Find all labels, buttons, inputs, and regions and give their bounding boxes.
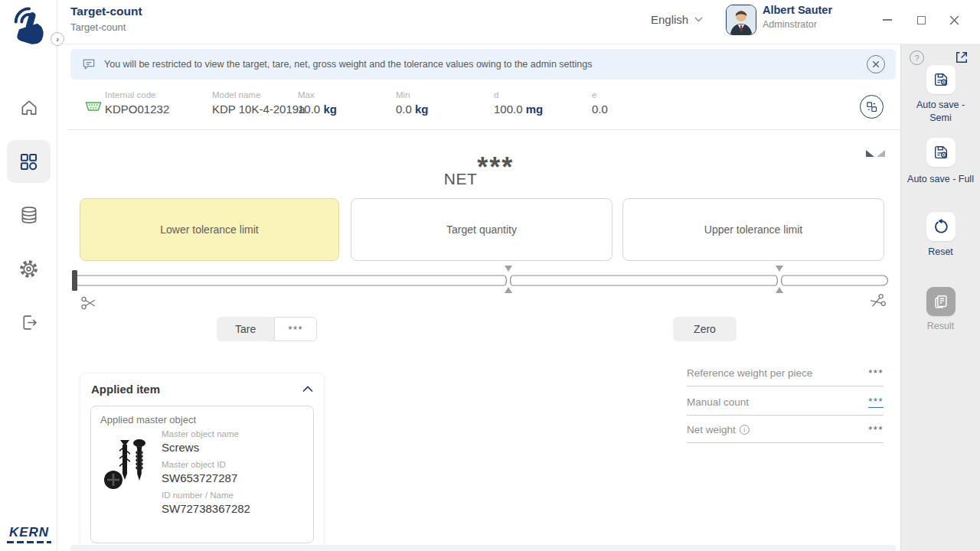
minimize-icon bbox=[883, 19, 892, 21]
reference-weight-value: *** bbox=[868, 367, 884, 379]
horizontal-scrollbar[interactable] bbox=[70, 545, 896, 551]
master-object-id-value: SW653727287 bbox=[162, 471, 250, 484]
database-icon bbox=[19, 205, 39, 225]
help-button[interactable]: ? bbox=[910, 51, 924, 65]
auto-save-semi-label: Auto save - Semi bbox=[904, 99, 977, 125]
lower-tolerance-box[interactable]: Lower tolerance limit bbox=[80, 198, 339, 261]
reset-icon bbox=[933, 218, 949, 235]
id-number-name-value: SW72738367282 bbox=[162, 502, 250, 515]
page-title: Target-count bbox=[70, 5, 142, 18]
slider-handle[interactable] bbox=[72, 270, 77, 291]
save-semi-icon bbox=[933, 71, 949, 88]
applied-master-object-card: Applied master object bbox=[90, 406, 314, 543]
field-value: 100.0 bbox=[494, 103, 523, 116]
applied-item-section: Applied item Applied master object bbox=[80, 373, 325, 551]
result-label: Result bbox=[904, 320, 977, 333]
message-bubble-icon bbox=[81, 57, 96, 72]
result-button bbox=[926, 287, 956, 316]
left-sidebar: › bbox=[0, 0, 57, 551]
field-unit: kg bbox=[323, 103, 337, 116]
expand-fullscreen-button[interactable] bbox=[954, 50, 969, 65]
swap-icon bbox=[865, 100, 878, 113]
field-label: Model name bbox=[212, 90, 305, 99]
chevron-down-icon bbox=[694, 17, 703, 22]
title-block: Target-count Target-count bbox=[70, 5, 142, 33]
device-field-model-name: Model name KDP 10K-4-2019a bbox=[212, 90, 305, 116]
zero-label: Zero bbox=[694, 323, 716, 335]
tare-label[interactable]: Tare bbox=[217, 317, 274, 341]
logout-icon bbox=[19, 313, 38, 332]
sidebar-item-settings[interactable] bbox=[7, 247, 51, 290]
breadcrumb: Target-count bbox=[70, 21, 142, 33]
weight-value: *** bbox=[477, 152, 514, 183]
device-connected-icon bbox=[85, 101, 102, 115]
device-field-e: e 0.0 bbox=[592, 90, 608, 116]
user-avatar[interactable] bbox=[726, 5, 756, 35]
sidebar-item-database[interactable] bbox=[7, 194, 51, 236]
manual-count-field[interactable]: Manual count *** bbox=[687, 396, 884, 416]
reset-label: Reset bbox=[904, 246, 977, 259]
collapse-chevron-up-icon[interactable] bbox=[302, 386, 313, 393]
field-label: Min bbox=[396, 90, 429, 99]
window-close-button[interactable] bbox=[946, 11, 962, 28]
lower-tolerance-label: Lower tolerance limit bbox=[160, 223, 258, 236]
language-label: English bbox=[651, 13, 688, 26]
tare-button[interactable]: Tare *** bbox=[217, 317, 317, 341]
auto-save-full-button[interactable] bbox=[926, 138, 956, 167]
restriction-banner: You will be restricted to view the targe… bbox=[70, 49, 896, 80]
top-header: Target-count Target-count English Albert… bbox=[57, 0, 980, 44]
weight-display: NET*** bbox=[57, 159, 900, 191]
sidebar-item-applications[interactable] bbox=[7, 140, 51, 183]
applied-card-title: Applied master object bbox=[100, 414, 304, 425]
net-weight-value: *** bbox=[868, 424, 884, 435]
device-field-max: Max 10.0 kg bbox=[298, 90, 337, 116]
auto-save-semi-button[interactable] bbox=[926, 65, 956, 94]
master-object-name-value: Screws bbox=[162, 441, 250, 454]
field-value: 10.0 bbox=[298, 103, 320, 116]
manual-count-value[interactable]: *** bbox=[868, 396, 884, 408]
zero-button[interactable]: Zero bbox=[673, 317, 737, 341]
kern-logo-underline bbox=[7, 541, 51, 543]
weight-mode-label: NET bbox=[444, 170, 478, 187]
close-icon bbox=[949, 15, 959, 25]
manual-count-label: Manual count bbox=[687, 396, 749, 408]
applied-item-title: Applied item bbox=[91, 383, 160, 396]
field-label: d bbox=[494, 90, 543, 99]
target-quantity-box[interactable]: Target quantity bbox=[351, 198, 612, 261]
language-selector[interactable]: English bbox=[651, 13, 703, 26]
sidebar-expand-chevron[interactable]: › bbox=[51, 32, 64, 46]
device-field-d: d 100.0 mg bbox=[494, 90, 543, 116]
field-value: 0.0 bbox=[592, 103, 608, 116]
sidebar-item-logout[interactable] bbox=[7, 301, 51, 344]
net-weight-label: Net weight bbox=[687, 424, 736, 435]
field-unit: kg bbox=[415, 103, 429, 116]
banner-close-button[interactable] bbox=[867, 55, 885, 73]
main-content: You will be restricted to view the targe… bbox=[57, 44, 900, 551]
kern-brand-logo: KERN bbox=[7, 525, 51, 543]
expand-icon bbox=[954, 50, 969, 65]
field-label: Max bbox=[298, 90, 337, 99]
net-weight-field[interactable]: Net weight i *** bbox=[687, 424, 884, 443]
master-object-name-label: Master object name bbox=[162, 429, 250, 439]
user-name: Albert Sauter bbox=[763, 4, 832, 16]
maximize-icon bbox=[917, 16, 926, 24]
home-icon bbox=[19, 98, 39, 118]
save-full-icon bbox=[933, 144, 949, 161]
auto-save-full-label: Auto save - Full bbox=[904, 173, 977, 186]
reference-weight-field[interactable]: Reference weight per piece *** bbox=[687, 367, 884, 386]
app-window: › bbox=[0, 0, 980, 551]
window-minimize-button[interactable] bbox=[879, 11, 896, 28]
sidebar-item-home[interactable] bbox=[7, 86, 51, 129]
window-maximize-button[interactable] bbox=[913, 11, 929, 28]
field-unit: mg bbox=[526, 103, 544, 116]
master-object-image bbox=[97, 429, 154, 498]
reference-weight-label: Reference weight per piece bbox=[687, 367, 812, 379]
reset-button[interactable] bbox=[926, 212, 956, 241]
id-number-name-label: ID number / Name bbox=[162, 491, 250, 500]
switch-device-button[interactable] bbox=[860, 95, 884, 119]
upper-tolerance-box[interactable]: Upper tolerance limit bbox=[622, 198, 884, 261]
user-info[interactable]: Albert Sauter Adminstrator bbox=[763, 4, 832, 30]
tolerance-slider[interactable] bbox=[72, 265, 890, 297]
gear-icon bbox=[18, 259, 39, 279]
apps-grid-icon bbox=[18, 152, 39, 172]
